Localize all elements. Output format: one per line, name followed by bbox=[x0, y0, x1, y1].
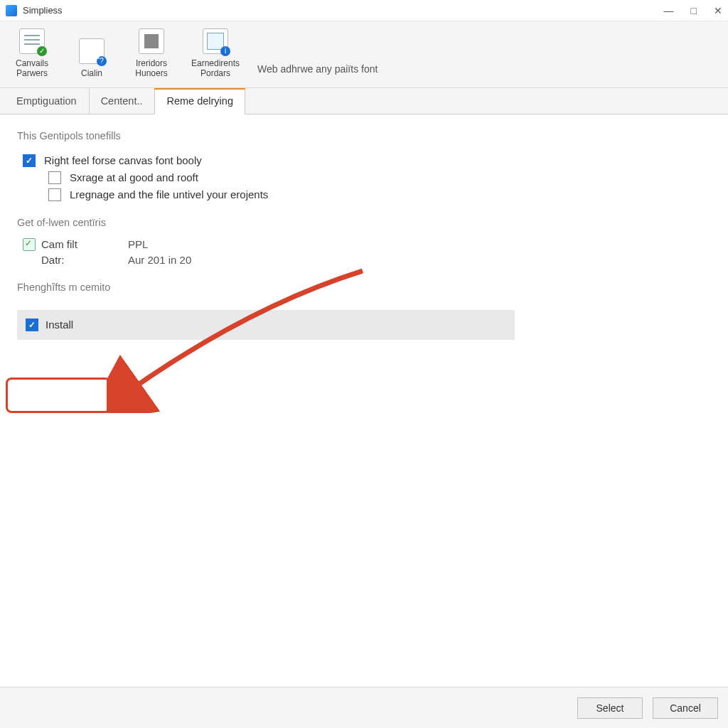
toolbar-label: Ireridors bbox=[136, 58, 167, 68]
toolbar-label: Parwers bbox=[16, 68, 48, 78]
info-row-camfilt: Cam filt PPL bbox=[23, 238, 711, 251]
install-row[interactable]: Install bbox=[17, 310, 515, 340]
checkbox-icon bbox=[48, 171, 61, 184]
maximize-button[interactable]: □ bbox=[691, 5, 697, 16]
info-key: Datr: bbox=[41, 254, 65, 266]
checkbox-label: Right feel forse canvas font booly bbox=[44, 154, 202, 166]
titlebar: Simpliess ― □ ✕ bbox=[0, 0, 728, 21]
dialog-footer: Select Cancel bbox=[0, 687, 728, 728]
window-title: Simpliess bbox=[23, 5, 63, 16]
toolbar-item-canvails[interactable]: ✓ Canvails Parwers bbox=[10, 28, 54, 79]
info-value: PPL bbox=[128, 238, 148, 251]
checkbox-sub1[interactable]: Sxrage at al good and rooft bbox=[48, 171, 711, 184]
toolbar-label: Canvails bbox=[16, 58, 48, 68]
cancel-button[interactable]: Cancel bbox=[653, 697, 718, 719]
toolbar-description: Web adhrwe any paiïts font bbox=[257, 63, 378, 79]
info-row-datr: Datr: Aur 201 in 20 bbox=[23, 254, 711, 266]
checkbox-sub2[interactable]: Lregnage and the file untivel your eroje… bbox=[48, 188, 711, 201]
app-icon bbox=[6, 5, 17, 16]
tab-bar: Emptiguation Centent.. Reme delrying bbox=[0, 88, 728, 114]
canvails-icon: ✓ bbox=[19, 28, 45, 54]
checkbox-icon bbox=[48, 188, 61, 201]
info-value: Aur 201 in 20 bbox=[128, 254, 191, 266]
checkbox-label: Sxrage at al good and rooft bbox=[70, 171, 198, 183]
info-key: Cam filt bbox=[41, 238, 77, 250]
checkbox-icon bbox=[26, 318, 38, 331]
window-controls: ― □ ✕ bbox=[664, 5, 722, 16]
check-icon bbox=[23, 238, 36, 251]
section-heading: Fhenghîfts m cemito bbox=[17, 282, 711, 293]
annotation-highlight bbox=[6, 378, 111, 413]
content-panel: This Gentipols tonefills Right feel fors… bbox=[0, 114, 728, 685]
toolbar-label: Hunoers bbox=[135, 68, 167, 78]
ireridors-icon bbox=[139, 28, 164, 54]
minimize-button[interactable]: ― bbox=[664, 5, 674, 16]
toolbar-item-ireridors[interactable]: Ireridors Hunoers bbox=[129, 28, 173, 79]
tab-remedelrying[interactable]: Reme delrying bbox=[154, 88, 245, 114]
earnedirents-icon: i bbox=[203, 28, 228, 54]
checkbox-icon bbox=[23, 154, 36, 167]
checkbox-label: Lregnage and the file untivel your eroje… bbox=[70, 188, 268, 200]
install-label: Install bbox=[46, 318, 73, 331]
toolbar-item-cialin[interactable]: ? Cialin bbox=[70, 38, 114, 78]
tab-emptiguation[interactable]: Emptiguation bbox=[4, 88, 89, 114]
toolbar: ✓ Canvails Parwers ? Cialin Ireridors Hu… bbox=[0, 21, 728, 88]
select-button[interactable]: Select bbox=[577, 697, 643, 719]
toolbar-label: Pordars bbox=[200, 68, 230, 78]
checkbox-main[interactable]: Right feel forse canvas font booly bbox=[23, 154, 711, 167]
tab-centent[interactable]: Centent.. bbox=[89, 88, 155, 114]
cialin-icon: ? bbox=[79, 38, 105, 64]
toolbar-label: Earnedirents bbox=[191, 58, 240, 68]
toolbar-item-earnedirents[interactable]: i Earnedirents Pordars bbox=[189, 28, 242, 79]
toolbar-label: Cialin bbox=[81, 68, 102, 78]
close-button[interactable]: ✕ bbox=[714, 5, 722, 16]
section-heading: This Gentipols tonefills bbox=[17, 130, 711, 141]
section-heading: Get of-lwen centïris bbox=[17, 217, 711, 228]
